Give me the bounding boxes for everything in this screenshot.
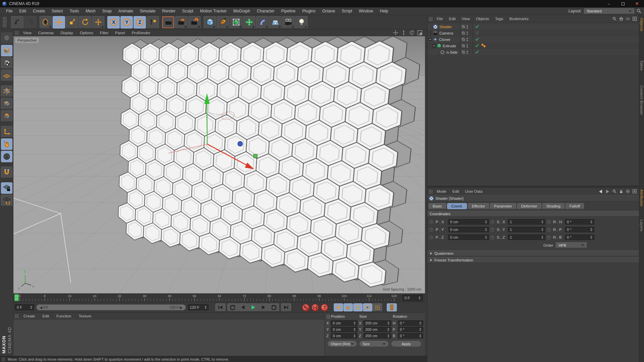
- pz-field[interactable]: 0 cm: [448, 235, 489, 240]
- menu-character[interactable]: Character: [254, 8, 278, 14]
- order-dropdown[interactable]: HPB: [556, 242, 587, 248]
- rp-field[interactable]: 0 °: [565, 227, 594, 232]
- viewport-camera-label[interactable]: Perspective: [15, 38, 39, 43]
- toggle-views-icon[interactable]: [417, 30, 422, 35]
- layout-dropdown[interactable]: Standard: [584, 8, 634, 14]
- keyframe-radio-icon[interactable]: [547, 236, 550, 239]
- orbit-icon[interactable]: [409, 30, 414, 35]
- material-list-area[interactable]: [13, 319, 324, 356]
- edges-mode-button[interactable]: [1, 98, 12, 109]
- current-frame-field[interactable]: 0 F: [15, 304, 34, 310]
- keyframe-radio-icon[interactable]: [547, 220, 550, 224]
- add-panel-icon[interactable]: [633, 17, 637, 21]
- material-grip[interactable]: [15, 314, 18, 318]
- pan-icon[interactable]: [393, 30, 398, 35]
- tab-deformer[interactable]: Deformer: [517, 203, 541, 209]
- viewport-grip[interactable]: [15, 31, 18, 35]
- sy-field[interactable]: 1: [508, 227, 545, 232]
- keyframe-radio-icon[interactable]: [490, 228, 494, 232]
- back-icon[interactable]: [598, 190, 603, 193]
- move-gizmo[interactable]: [204, 93, 257, 169]
- coords-grip[interactable]: [326, 315, 330, 318]
- om-menu-file[interactable]: File: [434, 17, 446, 21]
- apply-button[interactable]: Apply: [391, 341, 421, 347]
- tab-takes-vertical[interactable]: Takes: [640, 60, 644, 71]
- layer-icon[interactable]: [462, 38, 465, 41]
- stepper-icon[interactable]: [417, 296, 421, 300]
- end-frame-field[interactable]: 120 F: [188, 304, 209, 310]
- menu-pipeline[interactable]: Pipeline: [278, 8, 299, 14]
- mm-menu-create[interactable]: Create: [20, 314, 39, 318]
- search-icon[interactable]: [612, 189, 616, 193]
- rb-field[interactable]: 0 °: [565, 235, 594, 240]
- toolbar-grip[interactable]: [3, 17, 7, 27]
- maximize-button[interactable]: [616, 0, 630, 7]
- mograph-button[interactable]: [243, 16, 255, 28]
- layer-icon[interactable]: [462, 25, 465, 28]
- px-field[interactable]: 0 cm: [448, 219, 489, 225]
- menu-file[interactable]: File: [3, 8, 16, 14]
- lock-z-axis-button[interactable]: Z: [133, 16, 146, 28]
- object-row-camera[interactable]: Camera: [427, 30, 644, 36]
- make-editable-button[interactable]: [1, 33, 12, 44]
- previous-frame-button[interactable]: [238, 303, 248, 311]
- gizmo-x-arrowhead[interactable]: [245, 163, 254, 169]
- tab-objects-vertical[interactable]: Objects: [640, 18, 644, 31]
- scene-camera-button[interactable]: [282, 16, 294, 28]
- keying-settings-button[interactable]: ?: [321, 304, 328, 311]
- key-parameter-toggle[interactable]: P: [363, 303, 372, 311]
- keyframe-radio-icon[interactable]: [490, 236, 494, 239]
- camera-state-icon[interactable]: [475, 31, 479, 35]
- object-row-extrude[interactable]: Extrude: [427, 43, 644, 49]
- menu-script[interactable]: Script: [338, 8, 356, 14]
- tab-basic[interactable]: Basic: [429, 203, 446, 209]
- tab-parameter[interactable]: Parameter: [490, 203, 516, 209]
- autokey-button[interactable]: [311, 304, 319, 311]
- ruler-frame-field[interactable]: 0 F: [402, 295, 423, 301]
- tab-effector[interactable]: Effector: [468, 203, 489, 209]
- workplane-rotate-button[interactable]: [1, 195, 12, 206]
- menu-sculpt[interactable]: Sculpt: [179, 8, 197, 14]
- axis-mode-button[interactable]: [1, 126, 12, 137]
- py-field[interactable]: 0 cm: [448, 227, 489, 232]
- live-selection-button[interactable]: [40, 16, 52, 28]
- object-row-cloner[interactable]: Cloner: [427, 36, 644, 43]
- undo-button[interactable]: [11, 16, 23, 28]
- stepper-icon[interactable]: [29, 306, 32, 309]
- forward-icon[interactable]: [605, 190, 610, 193]
- last-tool-button[interactable]: [92, 16, 104, 28]
- viewport-canvas[interactable]: Y X Z: [13, 36, 425, 293]
- tab-attributes-vertical[interactable]: Attributes: [640, 189, 644, 206]
- vp-menu-prorender[interactable]: ProRender: [128, 31, 154, 35]
- mm-menu-texture[interactable]: Texture: [75, 314, 95, 318]
- size-x-field[interactable]: 200 cm: [363, 320, 391, 326]
- next-frame-button[interactable]: [259, 303, 269, 311]
- sx-field[interactable]: 1: [508, 219, 545, 225]
- keyframe-radio-icon[interactable]: [490, 220, 494, 224]
- position-z-field[interactable]: 0 cm: [331, 333, 358, 339]
- freeze-transformation-section[interactable]: Freeze Transformation: [427, 257, 644, 263]
- lock-icon[interactable]: [619, 189, 623, 193]
- menu-plugins[interactable]: Plugins: [299, 8, 319, 14]
- object-row-shader[interactable]: Shader: [427, 23, 644, 30]
- rotate-tool-button[interactable]: [79, 16, 91, 28]
- om-menu-bookmarks[interactable]: Bookmarks: [506, 17, 532, 21]
- size-z-field[interactable]: 200 cm: [363, 333, 391, 339]
- dolly-icon[interactable]: [401, 30, 406, 35]
- timeline-ruler[interactable]: 081624324048566472808896104112120 0 F: [13, 293, 425, 302]
- menu-simulate[interactable]: Simulate: [137, 8, 159, 14]
- keyframe-radio-icon[interactable]: [547, 228, 550, 232]
- visibility-dots-icon[interactable]: [467, 51, 468, 54]
- scale-tool-button[interactable]: [66, 16, 78, 28]
- menu-window[interactable]: Window: [356, 8, 377, 14]
- om-menu-edit[interactable]: Edit: [446, 17, 459, 21]
- rotation-p-field[interactable]: 0 °: [398, 327, 423, 332]
- menu-animate[interactable]: Animate: [115, 8, 137, 14]
- render-picture-viewer-button[interactable]: [175, 16, 187, 28]
- light-button[interactable]: [295, 16, 308, 28]
- points-mode-button[interactable]: [1, 85, 12, 97]
- om-menu-tags[interactable]: Tags: [492, 17, 506, 21]
- deformer-button[interactable]: [256, 16, 268, 28]
- loop-button[interactable]: [269, 303, 279, 311]
- key-rotation-toggle[interactable]: [353, 303, 363, 311]
